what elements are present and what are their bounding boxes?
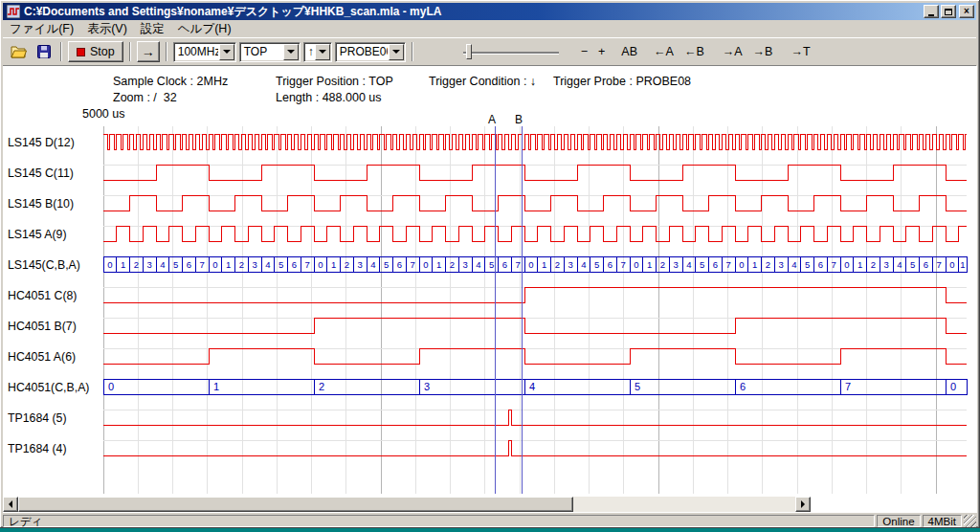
statusbar: レディ Online 4MBit xyxy=(3,513,976,527)
menu-help[interactable]: ヘルプ(H) xyxy=(171,21,238,36)
length-text: Length : 488.000 us xyxy=(276,91,382,104)
chevron-down-icon xyxy=(223,50,231,54)
probe-combobox-arrow[interactable] xyxy=(389,44,404,60)
status-memory-badge: 4MBit xyxy=(923,515,962,527)
horizontal-scrollbar[interactable] xyxy=(3,497,811,512)
open-folder-icon xyxy=(11,45,27,58)
goto-trigger-button[interactable]: →T xyxy=(787,42,813,61)
goto-a-right-button[interactable]: →A xyxy=(719,42,746,61)
trigger-edge-arrow[interactable] xyxy=(315,44,330,60)
trigger-position-text: Trigger Position : TOP xyxy=(276,75,393,88)
floppy-icon xyxy=(37,45,51,58)
zoom-slider[interactable] xyxy=(463,42,559,61)
slider-track xyxy=(463,52,559,54)
menu-file[interactable]: ファイル(F) xyxy=(3,21,80,36)
minimize-icon xyxy=(928,14,934,16)
scrollbar-thumb[interactable] xyxy=(18,497,573,512)
run-button[interactable]: → xyxy=(137,41,160,62)
trigger-probe-text: Trigger Probe : PROBE08 xyxy=(553,75,691,88)
zoom-text: Zoom : / 32 xyxy=(113,91,177,104)
menubar: ファイル(F) 表示(V) 設定 ヘルプ(H) xyxy=(3,20,976,37)
titlebar[interactable]: C:¥Documents and Settings¥noname¥デスクトップ¥… xyxy=(3,3,976,20)
toolbar: Stop → 100MHz TOP ↑ PROBE00 − + AB ←A ←B xyxy=(3,37,976,66)
resize-grip[interactable] xyxy=(964,515,976,527)
zoom-in-button[interactable]: + xyxy=(594,42,609,61)
goto-b-left-button[interactable]: ←B xyxy=(680,42,708,61)
close-button[interactable]: × xyxy=(959,5,974,18)
trigger-condition-text: Trigger Condition : ↓ xyxy=(429,75,536,88)
ab-button[interactable]: AB xyxy=(617,42,641,61)
chevron-down-icon xyxy=(319,50,326,54)
waveform-client-area: Sample Clock : 2MHz Trigger Position : T… xyxy=(3,66,977,513)
goto-a-left-button[interactable]: ←A xyxy=(650,42,678,61)
stop-button[interactable]: Stop xyxy=(68,41,123,62)
clock-combobox[interactable]: 100MHz xyxy=(173,42,236,62)
chevron-down-icon xyxy=(392,50,400,54)
trigger-position-arrow[interactable] xyxy=(283,44,299,60)
stop-icon xyxy=(77,48,85,56)
clock-combobox-value: 100MHz xyxy=(174,45,218,58)
maximize-icon xyxy=(945,9,952,15)
scroll-left-button[interactable] xyxy=(3,497,18,512)
toolbar-separator xyxy=(129,42,131,61)
sample-clock-text: Sample Clock : 2MHz xyxy=(113,75,228,88)
trigger-position-value: TOP xyxy=(240,45,282,58)
probe-combobox[interactable]: PROBE00 xyxy=(335,42,406,62)
slider-thumb[interactable] xyxy=(466,44,472,59)
clock-combobox-arrow[interactable] xyxy=(219,44,234,60)
trigger-edge-combobox[interactable]: ↑ xyxy=(303,42,332,62)
maximize-button[interactable] xyxy=(941,5,956,18)
trigger-position-combobox[interactable]: TOP xyxy=(239,42,301,62)
probe-combobox-value: PROBE00 xyxy=(336,45,388,58)
goto-b-right-button[interactable]: →B xyxy=(749,42,777,61)
app-window: C:¥Documents and Settings¥noname¥デスクトップ¥… xyxy=(0,0,980,528)
scroll-right-button[interactable] xyxy=(795,497,811,512)
minimize-button[interactable] xyxy=(924,5,939,18)
toolbar-separator xyxy=(412,42,413,61)
time-scale-text: 5000 us xyxy=(82,107,124,121)
stop-label: Stop xyxy=(90,45,115,58)
menu-view[interactable]: 表示(V) xyxy=(80,21,134,36)
open-button[interactable] xyxy=(8,41,30,62)
toolbar-separator xyxy=(60,42,62,61)
window-title: C:¥Documents and Settings¥noname¥デスクトップ¥… xyxy=(20,4,922,20)
app-icon xyxy=(7,5,20,18)
chevron-down-icon xyxy=(287,50,295,54)
menu-settings[interactable]: 設定 xyxy=(134,21,171,36)
arrow-right-icon xyxy=(801,500,805,508)
trigger-edge-value: ↑ xyxy=(304,45,314,58)
zoom-out-button[interactable]: − xyxy=(577,42,591,61)
status-online-badge: Online xyxy=(877,515,920,527)
save-button[interactable] xyxy=(33,41,55,62)
arrow-left-icon xyxy=(9,500,12,508)
status-message: レディ xyxy=(3,515,875,527)
toolbar-separator xyxy=(166,42,167,61)
